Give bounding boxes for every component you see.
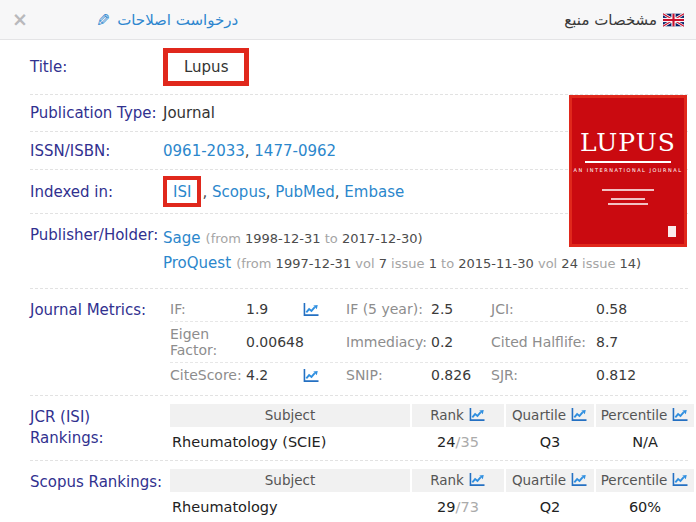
header-percentile: Percentile [596, 404, 694, 427]
journal-cover: LUPUS AN INTERNATIONAL JOURNAL [569, 95, 687, 247]
pub-detail-text: vol [534, 256, 562, 271]
indexed-link-embase[interactable]: Embase [344, 183, 404, 201]
issn-link-2[interactable]: 1477-0962 [254, 142, 336, 160]
jcr-label-line2: Rankings: [30, 428, 170, 449]
separator: , [335, 183, 345, 201]
header-subject: Subject [170, 404, 410, 427]
metrics-row: IF: 1.9 IF (5 year): 2.5 JCI: 0.58 [170, 297, 688, 321]
quartile-trend-chart-icon[interactable] [570, 407, 588, 422]
separator: , [202, 183, 212, 201]
metric-label: CiteScore: [170, 367, 246, 383]
journal-cover-title: LUPUS [572, 128, 684, 157]
pub-detail-text: issue [387, 256, 429, 271]
pub-detail-text: (from [206, 231, 245, 246]
header-rank: Rank [412, 469, 504, 492]
pub-detail-date: 2015-11-30 [458, 256, 534, 271]
pub-detail-date: 2017-12-30) [342, 231, 423, 246]
title-value-annotation-box: Lupus [163, 48, 249, 86]
header-percentile: Percentile [596, 469, 694, 492]
header-rank: Rank [412, 404, 504, 427]
pub-detail-text: to [321, 231, 342, 246]
scopus-subject: Rheumatology [170, 499, 410, 515]
metric-value: 4.2 [246, 367, 302, 383]
cover-rule [585, 161, 670, 163]
edit-request-link[interactable]: ✎ درخواست اصلاحات [96, 10, 238, 30]
publisher-link-sage[interactable]: Sage [163, 229, 200, 247]
title-value: Lupus [184, 58, 228, 76]
metrics-grid: IF: 1.9 IF (5 year): 2.5 JCI: 0.58 Eigen… [170, 297, 688, 387]
pub-detail-date: 1998-12-31 [245, 231, 321, 246]
row-jcr-rankings: JCR (ISI) Rankings: Subject Rank Quartil… [30, 396, 688, 461]
indexed-link-pubmed[interactable]: PubMed [275, 183, 335, 201]
scopus-rankings-label: Scopus Rankings: [30, 469, 170, 493]
rank-trend-chart-icon[interactable] [468, 407, 486, 422]
pub-detail-text: issue [578, 256, 620, 271]
percentile-trend-chart-icon[interactable] [671, 472, 689, 487]
cover-decor-line [608, 203, 648, 205]
scopus-table-header: Subject Rank Quartile Percentile [170, 469, 694, 492]
journal-cover-subtitle: AN INTERNATIONAL JOURNAL [572, 167, 684, 173]
metric-value: 0.812 [596, 367, 656, 383]
metric-label: SJR: [491, 367, 596, 383]
cover-decor-line [602, 189, 654, 191]
header-quartile: Quartile [506, 404, 594, 427]
jcr-label-line1: JCR (ISI) [30, 407, 170, 428]
jcr-rankings-table: Subject Rank Quartile Percentile Rheumat… [170, 404, 694, 452]
citescore-trend-chart-icon[interactable] [302, 368, 320, 383]
jcr-table-row: Rheumatology (SCIE) 24/35 Q3 N/A [170, 427, 694, 452]
journal-metrics-label: Journal Metrics: [30, 297, 170, 319]
metric-label: Immediacy: [346, 334, 431, 350]
content: Title: Lupus Publication Type: Journal I… [0, 40, 696, 522]
header-subject: Subject [170, 469, 410, 492]
uk-flag-icon[interactable] [663, 13, 684, 27]
metric-value: 1.9 [246, 301, 302, 317]
topbar: × ✎ درخواست اصلاحات مشخصات منبع [0, 0, 696, 40]
quartile-trend-chart-icon[interactable] [570, 472, 588, 487]
separator: , [266, 183, 276, 201]
if-trend-chart-icon[interactable] [302, 302, 320, 317]
panel-title: مشخصات منبع [564, 11, 657, 29]
rank-trend-chart-icon[interactable] [468, 472, 486, 487]
scopus-table-row: Rheumatology 29/73 Q2 60% [170, 492, 694, 517]
issn-link-1[interactable]: 0961-2033 [163, 142, 245, 160]
publisher-line-proquest: ProQuest (from 1997-12-31 vol 7 issue 1 … [163, 251, 641, 276]
cover-decor-line [611, 198, 645, 200]
edit-request-label: درخواست اصلاحات [117, 11, 238, 29]
publication-type-label: Publication Type: [30, 104, 163, 122]
publisher-label: Publisher/Holder: [30, 226, 163, 244]
publisher-link-proquest[interactable]: ProQuest [163, 254, 231, 272]
pub-detail-num: 24 [561, 256, 578, 271]
close-icon[interactable]: × [12, 10, 28, 29]
metrics-row: CiteScore: 4.2 SNIP: 0.826 SJR: 0.812 [170, 362, 688, 387]
jcr-percentile: N/A [596, 434, 694, 450]
pub-detail-text: vol [351, 256, 379, 271]
scopus-rank: 29/73 [412, 499, 504, 515]
publisher-logo-mark [668, 226, 676, 237]
pencil-icon: ✎ [96, 10, 110, 30]
metric-value: 0.00648 [246, 334, 302, 350]
jcr-table-header: Subject Rank Quartile Percentile [170, 404, 694, 427]
jcr-rank: 24/35 [412, 434, 504, 450]
jcr-rankings-label: JCR (ISI) Rankings: [30, 404, 170, 449]
isi-annotation-box: ISI [163, 176, 201, 207]
pub-detail-num: 7 [379, 256, 387, 271]
separator: , [245, 142, 255, 160]
metric-label: IF: [170, 301, 246, 317]
indexed-link-scopus[interactable]: Scopus [212, 183, 266, 201]
row-scopus-rankings: Scopus Rankings: Subject Rank Quartile P… [30, 461, 688, 522]
issn-label: ISSN/ISBN: [30, 142, 163, 160]
pub-detail-text: to [437, 256, 458, 271]
source-details-panel: × ✎ درخواست اصلاحات مشخصات منبع Title: L… [0, 0, 696, 522]
scopus-percentile: 60% [596, 499, 694, 515]
metric-label: SNIP: [346, 367, 431, 383]
percentile-trend-chart-icon[interactable] [671, 407, 689, 422]
metric-value: 0.58 [596, 301, 656, 317]
metric-value: 0.826 [431, 367, 491, 383]
panel-title-group: مشخصات منبع [564, 11, 684, 29]
jcr-subject: Rheumatology (SCIE) [170, 434, 410, 450]
metric-value: 8.7 [596, 334, 656, 350]
publication-type-value: Journal [163, 104, 215, 122]
metric-value: 2.5 [431, 301, 491, 317]
metrics-row: Eigen Factor: 0.00648 Immediacy: 0.2 Cit… [170, 321, 688, 362]
indexed-link-isi[interactable]: ISI [173, 183, 191, 201]
